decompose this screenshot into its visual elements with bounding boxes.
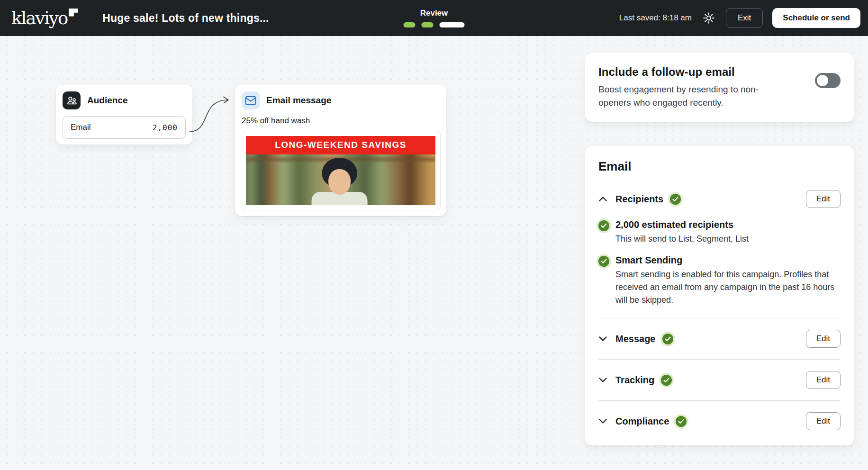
people-icon xyxy=(63,91,81,109)
section-label-message: Message xyxy=(615,334,656,344)
exit-button[interactable]: Exit xyxy=(726,8,763,28)
divider xyxy=(598,359,841,360)
chevron-up-icon[interactable] xyxy=(598,196,607,202)
section-label-tracking: Tracking xyxy=(615,375,654,386)
check-circle-icon xyxy=(670,194,681,205)
check-circle-icon xyxy=(662,334,673,344)
current-step-label: Review xyxy=(420,9,448,18)
audience-node-header: Audience xyxy=(63,91,186,109)
audience-channel-label: Email xyxy=(71,123,91,132)
recipients-details: 2,000 estimated recipients This will sen… xyxy=(598,219,841,307)
progress-step-3-current xyxy=(440,22,465,27)
edit-message-button[interactable]: Edit xyxy=(806,330,841,348)
flow-canvas[interactable]: Audience Email 2,000 Email message 25% o… xyxy=(0,36,868,470)
chevron-down-icon[interactable] xyxy=(598,377,607,383)
follow-up-toggle[interactable] xyxy=(815,73,841,88)
campaign-title: Huge sale! Lots of new things... xyxy=(102,12,269,25)
klaviyo-flag-icon xyxy=(69,9,78,17)
chevron-down-icon[interactable] xyxy=(598,418,607,424)
schedule-or-send-button[interactable]: Schedule or send xyxy=(772,8,860,28)
divider xyxy=(598,400,841,401)
toggle-knob xyxy=(817,75,828,86)
edit-tracking-button[interactable]: Edit xyxy=(806,371,841,389)
check-circle-icon xyxy=(676,416,687,427)
chevron-down-icon[interactable] xyxy=(598,336,607,342)
follow-up-description: Boost engagement by resending to non-ope… xyxy=(598,83,784,109)
email-message-node[interactable]: Email message 25% off hand wash LONG-WEE… xyxy=(235,85,446,216)
photo-person xyxy=(311,158,368,205)
email-banner-text: LONG-WEEKEND SAVINGS xyxy=(246,136,435,154)
section-label-recipients: Recipients xyxy=(615,194,663,205)
email-hero-photo xyxy=(246,154,435,205)
follow-up-card: Include a follow-up email Boost engageme… xyxy=(585,53,854,122)
envelope-icon xyxy=(242,91,260,109)
edit-compliance-button[interactable]: Edit xyxy=(806,412,841,430)
gear-icon xyxy=(703,12,715,24)
person-face xyxy=(328,169,351,195)
check-circle-icon xyxy=(598,220,609,231)
estimated-recipients-detail: This will send to List, Segment, List xyxy=(615,233,749,245)
audience-node-title: Audience xyxy=(87,95,128,106)
follow-up-title: Include a follow-up email xyxy=(598,65,794,79)
audience-recipient-count: 2,000 xyxy=(153,123,178,132)
last-saved-text: Last saved: 8:18 am xyxy=(619,13,692,23)
progress-pills xyxy=(404,22,465,27)
smart-sending-title: Smart Sending xyxy=(615,255,838,266)
check-circle-icon xyxy=(661,375,672,386)
audience-email-row[interactable]: Email 2,000 xyxy=(63,116,186,139)
settings-button[interactable] xyxy=(701,10,716,26)
section-tracking-header[interactable]: Tracking Edit xyxy=(598,371,841,389)
progress-step-1-complete xyxy=(404,22,416,27)
email-preview: LONG-WEEKEND SAVINGS xyxy=(241,131,441,210)
estimated-recipients-title: 2,000 estimated recipients xyxy=(615,219,749,230)
section-recipients-header[interactable]: Recipients Edit xyxy=(598,190,841,208)
section-compliance-header[interactable]: Compliance Edit xyxy=(598,412,841,430)
email-node-title: Email message xyxy=(266,95,331,106)
section-message-header[interactable]: Message Edit xyxy=(598,330,841,348)
email-subject-line: 25% off hand wash xyxy=(242,116,441,126)
klaviyo-logo: klaviyo xyxy=(11,9,78,27)
email-review-panel: Email Recipients Edit 2,000 estimated re… xyxy=(585,146,854,445)
check-circle-icon xyxy=(598,256,609,267)
progress-step-2-complete xyxy=(422,22,434,27)
flow-connector-arrow xyxy=(187,96,236,138)
step-progress: Review xyxy=(404,0,465,36)
review-panel-title: Email xyxy=(598,159,841,174)
divider xyxy=(598,318,841,318)
header-actions: Last saved: 8:18 am Exit Schedule or sen… xyxy=(619,8,860,28)
smart-sending-item: Smart Sending Smart sending is enabled f… xyxy=(598,255,841,307)
follow-up-text: Include a follow-up email Boost engageme… xyxy=(598,65,794,109)
top-bar: klaviyo Huge sale! Lots of new things...… xyxy=(0,0,868,36)
audience-node: Audience Email 2,000 xyxy=(56,85,192,145)
email-node-header: Email message xyxy=(241,91,441,109)
edit-recipients-button[interactable]: Edit xyxy=(806,190,841,208)
klaviyo-wordmark: klaviyo xyxy=(11,9,67,27)
section-label-compliance: Compliance xyxy=(615,416,669,427)
estimated-recipients-item: 2,000 estimated recipients This will sen… xyxy=(598,219,841,245)
smart-sending-detail: Smart sending is enabled for this campai… xyxy=(615,268,838,307)
